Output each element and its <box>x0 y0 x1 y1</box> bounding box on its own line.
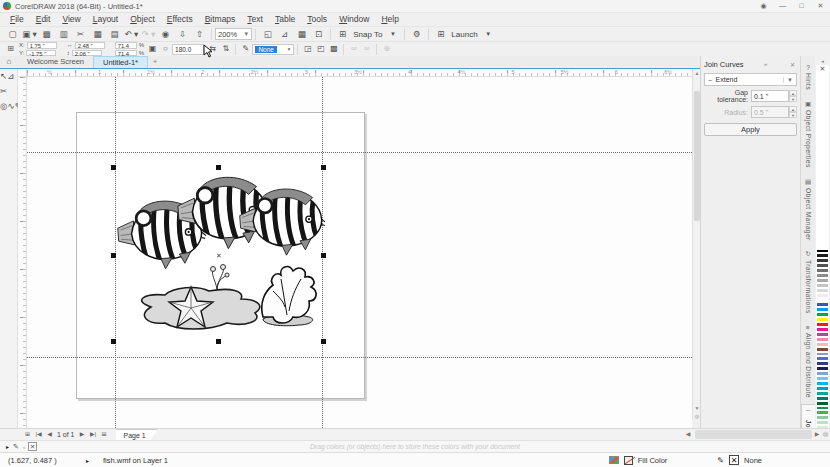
add-page-button[interactable]: ⊞ <box>22 429 33 440</box>
mirror-vertical-button[interactable]: ⇅ <box>219 43 232 55</box>
next-page-button[interactable]: ▶ <box>77 429 88 440</box>
no-color-swatch[interactable]: ✕ <box>28 442 37 451</box>
save-icon[interactable]: ▩ <box>39 28 54 41</box>
menu-item[interactable]: Table <box>269 13 301 26</box>
selection-handle[interactable] <box>111 253 116 258</box>
tab-untitled-1[interactable]: Untitled-1* <box>93 56 148 68</box>
view-grid-icon[interactable]: ▦ <box>294 28 309 41</box>
new-tab-button[interactable]: + <box>148 56 162 68</box>
selection-handle[interactable] <box>321 165 326 170</box>
search-content-icon[interactable]: ◉ <box>158 28 173 41</box>
vertical-ruler[interactable] <box>18 77 27 428</box>
vertical-scrollbar[interactable]: ▲ ▼ ◎ <box>692 69 700 420</box>
rotation-angle-field[interactable]: 180.0 <box>172 44 204 55</box>
selection-handle[interactable] <box>216 165 221 170</box>
tab-welcome-screen[interactable]: Welcome Screen <box>18 56 93 68</box>
wrap-text-button[interactable]: ∞ <box>347 43 360 55</box>
paste-icon[interactable]: ▤ <box>107 28 122 41</box>
link-curves-button[interactable]: ∞ <box>360 43 373 55</box>
chevron-down-icon[interactable]: ▼ <box>385 28 400 41</box>
drawing-canvas[interactable]: ✕ <box>27 77 692 428</box>
menu-item[interactable]: Object <box>124 13 161 26</box>
print-icon[interactable]: ▥ <box>56 28 71 41</box>
page-tab[interactable]: Page 1 <box>116 429 158 440</box>
first-page-button[interactable]: |◀ <box>33 429 44 440</box>
eyedropper-icon[interactable]: ✎ <box>13 443 19 451</box>
outline-pen-icon[interactable]: ✎ <box>717 456 724 465</box>
options-gear-icon[interactable]: ⚙ <box>409 28 424 41</box>
docker-tab-align-distribute[interactable]: ≡ Align and Distribute <box>801 320 815 404</box>
launch-button[interactable]: Launch <box>451 30 477 39</box>
menu-item[interactable]: Window <box>333 13 375 26</box>
docker-tab-transformations[interactable]: ↻ Transformations <box>801 246 815 319</box>
palette-flyout-icon[interactable]: ◂ <box>816 57 829 65</box>
redo-icon[interactable]: ↷ ▾ <box>141 28 156 41</box>
horizontal-scroll-thumb[interactable] <box>695 430 812 439</box>
copy-icon[interactable]: ▦ <box>90 28 105 41</box>
outline-width-select[interactable]: None ▼ <box>252 44 294 55</box>
previous-page-button[interactable]: ◀ <box>44 429 55 440</box>
gap-tolerance-spinner[interactable]: ▲▼ <box>789 90 797 102</box>
docker-tab-hints[interactable]: ? Hints <box>801 60 815 96</box>
menu-item[interactable]: Help <box>375 13 404 26</box>
radius-spinner[interactable]: ▲▼ <box>789 106 797 118</box>
zoom-level-select[interactable]: 200% ▼ <box>215 28 252 40</box>
ungroup-button[interactable]: ◲ <box>301 43 314 55</box>
launch-icon[interactable]: ⊞ <box>433 28 448 41</box>
apply-button[interactable]: Apply <box>704 123 797 136</box>
horizontal-guideline[interactable] <box>27 357 692 358</box>
selection-handle[interactable] <box>111 339 116 344</box>
document-palette-flyout-icon[interactable]: ▸ <box>6 443 9 450</box>
menu-item[interactable]: Layout <box>87 13 125 26</box>
ungroup-all-button[interactable]: ◰ <box>314 43 327 55</box>
fill-color-icon[interactable] <box>624 456 633 465</box>
pan-zoom-icon[interactable]: ◎ <box>821 429 830 439</box>
x-position-field[interactable]: 1.75 " <box>27 42 57 49</box>
new-document-icon[interactable]: ▢ <box>5 28 20 41</box>
menu-item[interactable]: Effects <box>161 13 199 26</box>
menu-item[interactable]: Text <box>241 13 269 26</box>
close-button[interactable]: ✕ <box>811 0 830 12</box>
export-icon[interactable]: ⇧ <box>192 28 207 41</box>
shape-tool[interactable]: ⊿ <box>7 71 14 81</box>
undo-icon[interactable]: ↶ ▾ <box>124 28 139 41</box>
import-icon[interactable]: ⇩ <box>175 28 190 41</box>
snap-to-icon[interactable]: ⊞ <box>335 28 350 41</box>
home-icon[interactable]: ⌂ <box>0 56 18 68</box>
quick-customize-button[interactable]: ⊕ <box>380 43 393 55</box>
menu-item[interactable]: File <box>4 13 30 26</box>
menu-item[interactable]: Tools <box>301 13 333 26</box>
radius-field[interactable]: 0.5 " <box>751 106 789 118</box>
account-icon[interactable]: ◉ <box>754 0 773 12</box>
lock-ratio-button[interactable]: ▣ <box>146 43 159 55</box>
docker-tab-object-manager[interactable]: ▤ Object Manager <box>801 174 815 247</box>
chevron-down-icon[interactable]: ▼ <box>481 28 496 41</box>
scroll-left-icon[interactable]: ‹ <box>23 444 25 450</box>
gap-tolerance-field[interactable]: 0.1 " <box>751 90 789 102</box>
no-color-swatch[interactable] <box>816 65 829 249</box>
scale-h-field[interactable]: 71.4 <box>115 42 137 49</box>
ruler-corner[interactable] <box>18 69 27 77</box>
menu-item[interactable]: Bitmaps <box>199 13 242 26</box>
menu-item[interactable]: Edit <box>30 13 57 26</box>
view-rulers-icon[interactable]: ⊿ <box>277 28 292 41</box>
selection-handle[interactable] <box>321 253 326 258</box>
object-width-field[interactable]: 2.48 " <box>75 42 105 49</box>
docker-tab-object-properties[interactable]: ▣ Object Properties <box>801 96 815 174</box>
cut-icon[interactable]: ✂ <box>73 28 88 41</box>
last-page-button[interactable]: ▶| <box>88 429 99 440</box>
add-page-button[interactable]: ⊞ <box>99 429 110 440</box>
selection-handle[interactable] <box>321 339 326 344</box>
horizontal-guideline[interactable] <box>27 152 692 153</box>
maximize-button[interactable]: □ <box>792 0 811 12</box>
snap-to-button[interactable]: Snap To <box>353 30 382 39</box>
docker-collapse-icon[interactable]: « <box>762 61 769 67</box>
edit-fill-button[interactable]: ▩ <box>327 43 340 55</box>
flyout-arrow-icon[interactable]: ▸ <box>86 457 89 464</box>
freehand-tool[interactable]: ∿ <box>7 101 14 111</box>
crop-tool[interactable]: ✂ <box>0 86 7 96</box>
scroll-left-icon[interactable]: ◀ <box>683 429 693 439</box>
selected-object[interactable]: ✕ <box>113 167 325 344</box>
scroll-right-icon[interactable]: ▶ <box>813 429 821 439</box>
open-icon[interactable]: ▣ ▾ <box>22 28 37 41</box>
